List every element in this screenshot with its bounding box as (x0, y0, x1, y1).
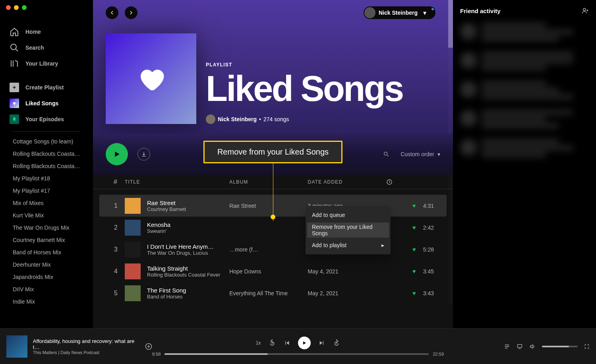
playlist-item[interactable]: My Playlist #17 (13, 185, 80, 197)
track-album[interactable]: …more (f… (229, 246, 308, 253)
table-row[interactable]: 4Talking StraightRolling Blackouts Coast… (99, 260, 447, 282)
search-in-playlist[interactable] (383, 151, 389, 157)
track-artist[interactable]: Courtney Barnett (147, 206, 186, 212)
playlist-item[interactable]: The War On Drugs Mix (13, 222, 80, 234)
playlist-item[interactable]: Cottage Songs (to learn) (13, 136, 80, 148)
your-episodes-nav[interactable]: Your Episodes (10, 111, 83, 127)
table-row[interactable]: 1Rae StreetCourtney BarnettRae Street3 m… (99, 195, 447, 217)
playlist-item[interactable]: Kurt Vile Mix (13, 209, 80, 222)
minimize-window[interactable] (14, 5, 19, 10)
context-menu[interactable]: Add to queue Remove from your Liked Song… (306, 206, 391, 254)
track-artist[interactable]: The War On Drugs, Lucius (147, 250, 214, 256)
home-icon (10, 27, 19, 37)
track-artist[interactable]: Band of Horses (147, 294, 186, 300)
playlist-cover (106, 33, 196, 124)
liked-heart-icon[interactable]: ♥ (412, 224, 416, 231)
col-date-added[interactable]: DATE ADDED (308, 179, 386, 185)
playlist-item[interactable]: Deerhunter Mix (13, 259, 80, 271)
playlist-controls: Remove from your Liked Songs Custom orde… (93, 134, 453, 175)
zoom-window[interactable] (22, 5, 27, 10)
user-menu[interactable]: Nick Steinberg ▾ (364, 6, 435, 19)
playlist-item[interactable]: Mix of Mixes (13, 197, 80, 209)
track-album[interactable]: Everything All The Time (229, 290, 308, 296)
liked-heart-icon[interactable]: ♥ (412, 246, 416, 253)
back-button[interactable] (106, 6, 118, 19)
owner-avatar (206, 114, 215, 124)
playlist-item[interactable]: Rolling Blackouts Coastal Fe… (13, 160, 80, 172)
ctx-remove-liked[interactable]: Remove from your Liked Songs (307, 223, 389, 238)
track-number: 3 (106, 246, 125, 253)
col-number[interactable]: # (106, 178, 125, 186)
track-title[interactable]: The First Song (147, 287, 186, 294)
playlist-item[interactable]: Indie Mix (13, 296, 80, 306)
playlist-item[interactable]: Rolling Blackouts Coastal Fe… (13, 148, 80, 160)
nav-library-label: Your Library (25, 60, 58, 67)
queue-icon[interactable] (504, 343, 510, 350)
create-playlist[interactable]: ＋ Create Playlist (10, 79, 83, 95)
add-to-library-icon[interactable] (145, 343, 152, 350)
track-title[interactable]: Rae Street (147, 199, 186, 206)
close-window[interactable] (6, 5, 11, 10)
playlist-item[interactable]: Courtney Barnett Mix (13, 234, 80, 246)
playlist-item[interactable]: My Playlist #18 (13, 172, 80, 185)
track-title[interactable]: I Don't Live Here Anym… (147, 243, 214, 250)
track-title[interactable]: Talking Straight (147, 265, 220, 272)
nav-search[interactable]: Search (10, 40, 83, 56)
skip-back-15-icon[interactable]: 15 (269, 339, 276, 347)
nav-library[interactable]: Your Library (10, 56, 83, 72)
play-pause-button[interactable] (298, 337, 311, 349)
now-playing-title[interactable]: Affordability, housing and recovery: wha… (33, 338, 136, 350)
sidebar: Home Search Your Library ＋ Create Playli… (0, 0, 93, 328)
col-title[interactable]: TITLE (125, 179, 229, 185)
playlist-item[interactable]: Band of Horses Mix (13, 246, 80, 259)
track-artist[interactable]: Swearin' (147, 228, 170, 234)
track-art (125, 220, 141, 236)
track-art (125, 242, 141, 258)
track-title[interactable]: Kenosha (147, 221, 170, 228)
progress-bar[interactable] (164, 353, 429, 355)
avatar (364, 7, 375, 18)
chevron-right-icon: ▸ (381, 242, 384, 248)
top-bar: Nick Steinberg ▾ (93, 0, 448, 25)
download-button[interactable] (137, 148, 150, 161)
volume-slider[interactable] (542, 346, 578, 347)
svg-text:15: 15 (271, 343, 274, 345)
fullscreen-icon[interactable] (584, 344, 590, 349)
volume-icon[interactable] (529, 343, 536, 350)
col-album[interactable]: ALBUM (229, 179, 308, 185)
sort-order[interactable]: Custom order ▾ (401, 151, 440, 157)
ctx-add-to-playlist[interactable]: Add to playlist▸ (307, 238, 389, 253)
nav-home[interactable]: Home (10, 24, 83, 40)
owner-name[interactable]: Nick Steinberg (218, 116, 257, 122)
playlist-list[interactable]: Cottage Songs (to learn)Rolling Blackout… (3, 136, 90, 306)
now-playing-art[interactable] (6, 335, 27, 358)
table-row[interactable]: 2KenoshaSwearin'3 minutes ago♥2:42 (99, 217, 447, 238)
clock-icon (386, 179, 393, 185)
forward-button[interactable] (125, 6, 137, 19)
playlist-item[interactable]: DIIV Mix (13, 283, 80, 296)
next-track-icon[interactable] (319, 340, 325, 346)
track-album[interactable]: Hope Downs (229, 268, 308, 275)
track-album[interactable]: Rae Street (229, 203, 308, 209)
play-button[interactable] (106, 143, 128, 165)
chevron-down-icon: ▾ (423, 9, 426, 17)
skip-forward-15-icon[interactable]: 15 (333, 339, 340, 347)
ctx-add-to-queue[interactable]: Add to queue (307, 207, 389, 223)
table-row[interactable]: 3I Don't Live Here Anym…The War On Drugs… (99, 238, 447, 260)
liked-heart-icon[interactable]: ♥ (412, 290, 416, 296)
add-friend-icon[interactable] (582, 7, 589, 14)
liked-heart-icon[interactable]: ♥ (412, 268, 416, 275)
connect-device-icon[interactable] (517, 343, 523, 350)
col-duration[interactable] (386, 179, 434, 185)
playback-speed[interactable]: 1x (256, 340, 261, 346)
liked-songs-nav[interactable]: ♥ Liked Songs (10, 95, 83, 111)
window-traffic-lights[interactable] (6, 5, 27, 10)
track-list: 1Rae StreetCourtney BarnettRae Street3 m… (93, 189, 453, 304)
playlist-item[interactable]: Japandroids Mix (13, 271, 80, 283)
previous-track-icon[interactable] (284, 340, 290, 346)
liked-heart-icon[interactable]: ♥ (412, 202, 416, 209)
track-artist[interactable]: Rolling Blackouts Coastal Fever (147, 272, 220, 278)
table-row[interactable]: 5The First SongBand of HorsesEverything … (99, 282, 447, 304)
now-playing-subtitle[interactable]: This Matters | Daily News Podcast (33, 350, 136, 355)
notification-badge (431, 7, 435, 11)
